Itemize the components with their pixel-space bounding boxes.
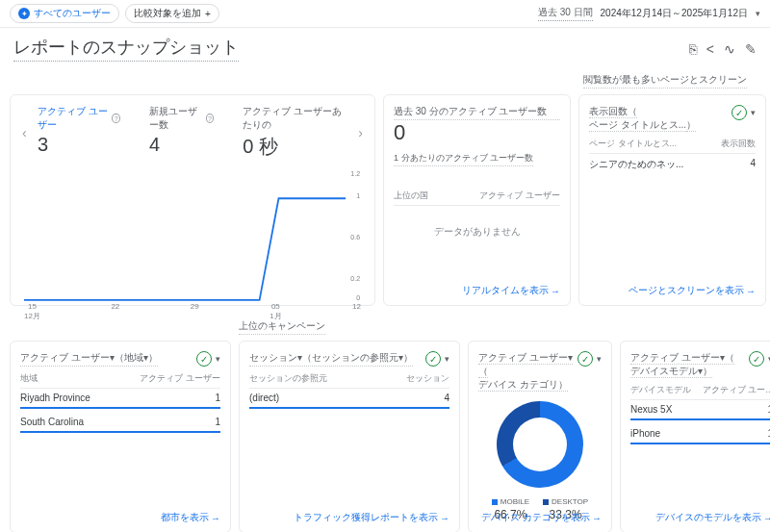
line-chart: 1.2 1 0.6 0.2 0	[20, 167, 365, 302]
square-icon	[543, 499, 549, 505]
region-link[interactable]: 都市を表示→	[161, 511, 220, 524]
user-icon: ✦	[18, 8, 30, 19]
svg-text:1.2: 1.2	[350, 168, 360, 177]
help-icon[interactable]: ?	[112, 114, 120, 123]
card-menu[interactable]: ✓▾	[749, 351, 770, 367]
col-active: アクティブ ユーザー	[479, 190, 560, 202]
section-top-pages: 閲覧数が最も多いページとスクリーン	[583, 73, 747, 89]
share-icon[interactable]: <	[706, 41, 714, 57]
views-table-head: ページ タイトルとス... 表示回数	[589, 138, 756, 154]
table-row[interactable]: Nexus 5X1	[630, 400, 770, 420]
views-link[interactable]: ページとスクリーンを表示→	[629, 284, 756, 297]
sessions-card: セッション▾（セッションの参照元▾） ✓▾ セッションの参照元 セッション (d…	[239, 341, 460, 532]
device-model-table-head: デバイスモデル アクティブ ユー...	[630, 384, 770, 400]
device-model-card: アクティブ ユーザー▾（ デバイスモデル▾） ✓▾ デバイスモデル アクティブ …	[620, 341, 770, 532]
device-model-link[interactable]: デバイスのモデルを表示→	[655, 511, 770, 524]
col-views: 表示回数	[721, 138, 756, 150]
date-caret-icon[interactable]: ▾	[756, 9, 760, 18]
metric-time-per-user[interactable]: アクティブ ユーザーあたりの 0 秒	[243, 105, 347, 160]
region-table-head: 地域 アクティブ ユーザー	[20, 372, 220, 389]
chevron-right-icon[interactable]: ›	[358, 125, 363, 140]
plus-icon: +	[205, 9, 211, 19]
card-menu[interactable]: ✓▾	[196, 351, 220, 367]
top-bar: ✦ すべてのユーザー 比較対象を追加 + 過去 30 日間 2024年12月14…	[0, 0, 770, 28]
date-range[interactable]: 2024年12月14日～2025年1月12日	[601, 7, 748, 20]
check-icon: ✓	[425, 351, 441, 367]
table-row[interactable]: Riyadh Province1	[20, 389, 220, 409]
caret-icon: ▾	[445, 354, 449, 364]
donut-chart: MOBILE 66.7% DESKTOP 33.3%	[478, 397, 602, 521]
table-row[interactable]: シニアのためのネッ... 4	[589, 154, 756, 175]
title-row: レポートのスナップショット ⎘ < ∿ ✎	[0, 28, 770, 69]
all-users-pill[interactable]: ✦ すべてのユーザー	[10, 4, 119, 23]
cards-row-1: ‹ アクティブ ユーザー? 3 新規ユーザー数? 4 アクティブ ユーザーあたり…	[0, 94, 770, 316]
period-label[interactable]: 過去 30 日間	[538, 6, 593, 21]
views-card: 表示回数（ ページ タイトルとス...） ✓ ▾ ページ タイトルとス... 表…	[578, 94, 766, 306]
customize-icon[interactable]: ⎘	[689, 41, 697, 57]
metric-new-users[interactable]: 新規ユーザー数? 4	[149, 105, 214, 156]
check-icon: ✓	[578, 351, 593, 367]
all-users-label: すべてのユーザー	[34, 7, 111, 20]
table-row[interactable]: South Carolina1	[20, 413, 220, 433]
title-actions: ⎘ < ∿ ✎	[689, 41, 757, 57]
realtime-value: 0	[394, 120, 560, 145]
metrics-card: ‹ アクティブ ユーザー? 3 新規ユーザー数? 4 アクティブ ユーザーあたり…	[10, 94, 375, 306]
check-icon: ✓	[196, 351, 212, 367]
region-card: アクティブ ユーザー▾（地域▾） ✓▾ 地域 アクティブ ユーザー Riyadh…	[10, 341, 231, 532]
card-menu[interactable]: ✓▾	[425, 351, 449, 367]
col-country: 上位の国	[394, 190, 428, 202]
card-title[interactable]: アクティブ ユーザー▾（地域▾）	[20, 351, 158, 367]
metric-value: 3	[38, 134, 120, 156]
donut-ring	[497, 401, 583, 488]
device-cat-link[interactable]: デバイス カテゴリを表示→	[481, 511, 602, 524]
card-menu[interactable]: ✓▾	[578, 351, 602, 367]
top-bar-right: 過去 30 日間 2024年12月14日～2025年1月12日 ▾	[538, 6, 760, 21]
caret-icon: ▾	[216, 354, 220, 364]
card-title: 表示回数（ ページ タイトルとス...）	[589, 105, 696, 132]
col-page: ページ タイトルとス...	[589, 138, 677, 150]
square-icon	[492, 499, 498, 505]
check-icon: ✓	[732, 105, 747, 120]
card-title[interactable]: セッション▾（セッションの参照元▾）	[249, 351, 413, 367]
metric-value: 4	[149, 134, 214, 156]
page-title: レポートのスナップショット	[13, 36, 239, 62]
card-menu[interactable]: ✓ ▾	[732, 105, 756, 120]
svg-text:0: 0	[356, 293, 360, 302]
chart-line	[24, 198, 346, 300]
svg-text:0.2: 0.2	[350, 274, 360, 283]
svg-text:1: 1	[356, 191, 360, 200]
realtime-card: 過去 30 分のアクティブ ユーザー数 0 1 分あたりのアクティブ ユーザー数…	[383, 94, 571, 306]
insights-icon[interactable]: ∿	[724, 41, 735, 57]
arrow-icon: →	[763, 513, 770, 523]
metrics-row: ‹ アクティブ ユーザー? 3 新規ユーザー数? 4 アクティブ ユーザーあたり…	[20, 105, 365, 160]
caret-icon: ▾	[751, 108, 756, 117]
sessions-table-head: セッションの参照元 セッション	[249, 372, 449, 389]
x-axis: 1512月 22 29 051月 12	[20, 302, 365, 321]
realtime-table-head: 上位の国 アクティブ ユーザー	[394, 190, 560, 206]
sessions-link[interactable]: トラフィック獲得レポートを表示→	[294, 511, 449, 524]
no-data-msg: データがありません	[394, 206, 560, 258]
add-comparison-pill[interactable]: 比較対象を追加 +	[125, 4, 219, 23]
card-title: 過去 30 分のアクティブ ユーザー数	[394, 105, 560, 120]
edit-icon[interactable]: ✎	[745, 41, 757, 57]
arrow-icon: →	[551, 286, 560, 296]
metric-label: 新規ユーザー数?	[149, 105, 214, 132]
line-chart-svg: 1.2 1 0.6 0.2 0	[20, 167, 365, 302]
per-minute-label: 1 分あたりのアクティブ ユーザー数	[394, 152, 533, 166]
metric-value: 0 秒	[243, 134, 347, 160]
realtime-link[interactable]: リアルタイムを表示→	[462, 284, 560, 297]
section-top-campaigns: 上位のキャンペーン	[239, 319, 325, 335]
cards-row-2: アクティブ ユーザー▾（地域▾） ✓▾ 地域 アクティブ ユーザー Riyadh…	[0, 341, 770, 532]
chevron-left-icon[interactable]: ‹	[22, 125, 27, 140]
top-bar-left: ✦ すべてのユーザー 比較対象を追加 +	[10, 4, 219, 23]
arrow-icon: →	[440, 513, 449, 523]
arrow-icon: →	[592, 513, 602, 523]
metric-label: アクティブ ユーザーあたりの	[243, 105, 347, 132]
caret-icon: ▾	[597, 354, 602, 364]
table-row[interactable]: (direct)4	[249, 389, 449, 409]
help-icon[interactable]: ?	[206, 114, 214, 123]
metric-active-users[interactable]: アクティブ ユーザー? 3	[38, 105, 120, 156]
card-head: 表示回数（ ページ タイトルとス...） ✓ ▾	[589, 105, 756, 132]
table-row[interactable]: iPhone1	[630, 424, 770, 444]
card-title: アクティブ ユーザー▾（ デバイスモデル▾）	[630, 351, 734, 378]
